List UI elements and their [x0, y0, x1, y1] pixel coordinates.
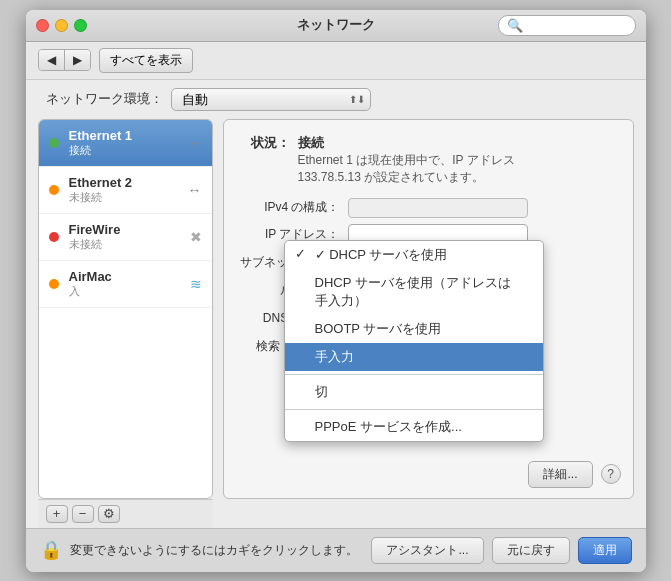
sidebar-controls: + − ⚙	[38, 499, 213, 528]
sidebar: Ethernet 1 接続 ↔ Ethernet 2 未接続 ↔	[38, 119, 213, 528]
search-icon: 🔍	[507, 18, 523, 33]
env-bar: ネットワーク環境： 自動 ⬆⬇	[26, 80, 646, 119]
apply-button[interactable]: 適用	[578, 537, 632, 564]
item-name-ethernet1: Ethernet 1	[69, 128, 178, 143]
nav-buttons: ◀ ▶	[38, 49, 91, 71]
airmac-icon: ≋	[190, 276, 202, 292]
footer-text: 変更できないようにするにはカギをクリックします。	[70, 542, 364, 559]
traffic-lights	[36, 19, 87, 32]
firewire-icon: ✖	[190, 229, 202, 245]
detail-bottom: 詳細... ?	[528, 461, 620, 488]
add-network-button[interactable]: +	[46, 505, 68, 523]
status-value: 接続	[298, 134, 578, 152]
sidebar-item-airmac[interactable]: AirMac 入 ≋	[39, 261, 212, 308]
dropdown-divider2	[285, 409, 543, 410]
status-dot-firewire	[49, 232, 59, 242]
item-name-firewire: FireWire	[69, 222, 180, 237]
status-dot-airmac	[49, 279, 59, 289]
ethernet2-icon: ↔	[188, 182, 202, 198]
dropdown-item-dhcp-manual[interactable]: DHCP サーバを使用（アドレスは手入力）	[285, 269, 543, 315]
item-status-airmac: 入	[69, 284, 180, 299]
item-name-airmac: AirMac	[69, 269, 180, 284]
minimize-button[interactable]	[55, 19, 68, 32]
maximize-button[interactable]	[74, 19, 87, 32]
assistant-button[interactable]: アシスタント...	[371, 537, 483, 564]
remove-network-button[interactable]: −	[72, 505, 94, 523]
dropdown-item-manual[interactable]: 手入力	[285, 343, 543, 371]
ethernet1-icon: ↔	[188, 135, 202, 151]
lock-icon[interactable]: 🔒	[40, 539, 62, 561]
settings-button[interactable]: ⚙	[98, 505, 120, 523]
dropdown-item-off[interactable]: 切	[285, 378, 543, 406]
show-all-button[interactable]: すべてを表示	[99, 48, 193, 73]
ipv4-row: IPv4 の構成：	[240, 198, 617, 218]
ipv4-dropdown: ✓ DHCP サーバを使用 DHCP サーバを使用（アドレスは手入力） BOOT…	[284, 240, 544, 442]
env-select-wrapper: 自動 ⬆⬇	[171, 88, 371, 111]
sidebar-item-ethernet2[interactable]: Ethernet 2 未接続 ↔	[39, 167, 212, 214]
status-dot-ethernet1	[49, 138, 59, 148]
sidebar-item-ethernet1[interactable]: Ethernet 1 接続 ↔	[39, 120, 212, 167]
item-status-firewire: 未接続	[69, 237, 180, 252]
sidebar-list-container: Ethernet 1 接続 ↔ Ethernet 2 未接続 ↔	[38, 119, 213, 499]
toolbar: ◀ ▶ すべてを表示	[26, 42, 646, 80]
item-name-ethernet2: Ethernet 2	[69, 175, 178, 190]
status-dot-ethernet2	[49, 185, 59, 195]
env-label: ネットワーク環境：	[46, 90, 163, 108]
revert-button[interactable]: 元に戻す	[492, 537, 570, 564]
env-select[interactable]: 自動	[171, 88, 371, 111]
dropdown-item-bootp[interactable]: BOOTP サーバを使用	[285, 315, 543, 343]
sidebar-item-firewire[interactable]: FireWire 未接続 ✖	[39, 214, 212, 261]
ipv4-label: IPv4 の構成：	[240, 199, 340, 216]
dropdown-item-pppoe[interactable]: PPPoE サービスを作成...	[285, 413, 543, 441]
close-button[interactable]	[36, 19, 49, 32]
content-area: Ethernet 1 接続 ↔ Ethernet 2 未接続 ↔	[38, 119, 634, 528]
help-button[interactable]: ?	[601, 464, 621, 484]
main-window: ネットワーク 🔍 ◀ ▶ すべてを表示 ネットワーク環境： 自動 ⬆⬇	[26, 10, 646, 572]
dropdown-divider	[285, 374, 543, 375]
ipv4-select-placeholder[interactable]	[348, 198, 528, 218]
window-title: ネットワーク	[297, 16, 375, 34]
back-button[interactable]: ◀	[39, 50, 65, 70]
details-button[interactable]: 詳細...	[528, 461, 592, 488]
search-input[interactable]	[527, 18, 627, 32]
status-row: 状況： 接続 Ethernet 1 は現在使用中で、IP アドレス 133.78…	[240, 134, 617, 186]
search-box[interactable]: 🔍	[498, 15, 636, 36]
detail-pane: 状況： 接続 Ethernet 1 は現在使用中で、IP アドレス 133.78…	[223, 119, 634, 499]
status-key: 状況：	[240, 134, 290, 152]
titlebar: ネットワーク 🔍	[26, 10, 646, 42]
status-desc: Ethernet 1 は現在使用中で、IP アドレス 133.78.5.13 が…	[298, 152, 578, 186]
checkmark-icon: ✓	[315, 247, 326, 262]
item-status-ethernet1: 接続	[69, 143, 178, 158]
item-status-ethernet2: 未接続	[69, 190, 178, 205]
forward-button[interactable]: ▶	[65, 50, 90, 70]
network-list: Ethernet 1 接続 ↔ Ethernet 2 未接続 ↔	[39, 120, 212, 308]
window-footer: 🔒 変更できないようにするにはカギをクリックします。 アシスタント... 元に戻…	[26, 528, 646, 572]
dropdown-item-dhcp[interactable]: ✓ DHCP サーバを使用	[285, 241, 543, 269]
